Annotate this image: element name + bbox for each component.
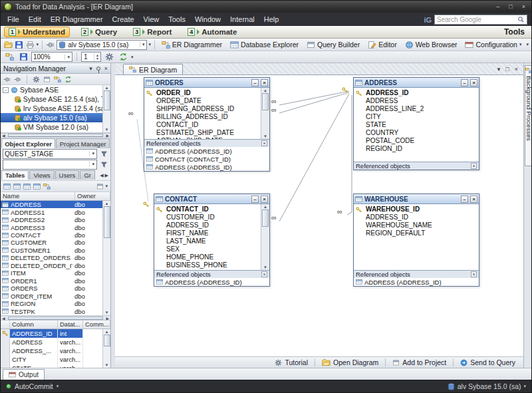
- menu-item[interactable]: Internal: [225, 13, 259, 26]
- entity-field-row[interactable]: ADDRESS_LINE_2: [354, 105, 479, 113]
- toolbar-overflow-caret[interactable]: ▾: [36, 42, 39, 47]
- page-spinner[interactable]: 1 ▲▼: [81, 52, 101, 62]
- column-row[interactable]: ADDRESS varch...: [1, 338, 102, 346]
- chevron-down-icon[interactable]: ▾: [89, 151, 95, 156]
- entity-field-row[interactable]: SHIPPING_ADDRESS_ID: [144, 105, 269, 113]
- referenced-object-row[interactable]: ADDRESS (ADDRESS_ID): [144, 163, 269, 171]
- entity-field-row[interactable]: LAST_NAME: [154, 237, 269, 245]
- background-processes-tab[interactable]: Background Processes: [525, 65, 532, 166]
- print-button[interactable]: [25, 39, 35, 50]
- workflow-tab[interactable]: 3 Report: [128, 27, 176, 37]
- menu-item[interactable]: Help: [259, 13, 284, 26]
- entity-scrollbar[interactable]: ▲▼: [261, 204, 269, 270]
- menu-item[interactable]: Window: [190, 13, 225, 26]
- table-row[interactable]: CONTACT dbo: [1, 231, 102, 239]
- copy-table-button[interactable]: [33, 182, 41, 191]
- refresh-button[interactable]: [65, 75, 72, 84]
- collapse-refs-button[interactable]: ×: [261, 271, 267, 277]
- table-row[interactable]: ORDER1 dbo: [1, 277, 102, 285]
- save-button[interactable]: [14, 39, 23, 50]
- drop-table-button[interactable]: [23, 182, 31, 191]
- output-tab[interactable]: Output: [3, 369, 45, 380]
- disconnect-button[interactable]: [14, 75, 21, 84]
- chevron-down-icon[interactable]: ▾: [65, 55, 70, 60]
- table-row[interactable]: CUSTOMER dbo: [1, 239, 102, 246]
- entity-field-row[interactable]: STATE: [354, 121, 479, 129]
- referenced-objects-header[interactable]: Referenced objects ×: [354, 162, 479, 170]
- table-row[interactable]: DELETED_ORDER_ITE dbo: [1, 262, 102, 269]
- autocommit-toggle[interactable]: AutoCommit ▾: [6, 382, 59, 390]
- referenced-object-row[interactable]: CONTACT (CONTACT_ID): [144, 155, 269, 163]
- search-input[interactable]: Search Google: [434, 15, 527, 25]
- menu-item[interactable]: Tools: [164, 13, 190, 26]
- entity-field-row[interactable]: BILLING_ADDRESS_ID: [144, 113, 269, 121]
- tree-item[interactable]: Sybase ASE 12.5.4 (sa), T...: [1, 94, 110, 104]
- workflow-tab[interactable]: 4 Automate: [183, 27, 241, 37]
- table-row[interactable]: ORDERS dbo: [1, 285, 102, 292]
- connection-dropdown[interactable]: alv Sybase 15.0 (sa) ▾: [57, 40, 147, 50]
- diagram-button[interactable]: [54, 75, 61, 84]
- columns-grid-header[interactable]: Column Datat... Comm...: [1, 321, 110, 329]
- tree-horizontal-scrollbar[interactable]: ◀▶: [1, 133, 110, 138]
- entity-field-row[interactable]: CITY: [354, 113, 479, 121]
- object-type-tab[interactable]: Tables: [1, 170, 29, 180]
- open-diagram-button[interactable]: Open Diagram: [319, 358, 381, 367]
- configuration-button[interactable]: Configuration▾: [462, 39, 525, 50]
- tab-scroll-right-icon[interactable]: ▶: [105, 173, 108, 178]
- entity-field-row[interactable]: ADDRESS_ID: [154, 221, 269, 229]
- maximize-button[interactable]: □: [509, 3, 512, 10]
- zoom-dropdown[interactable]: 100% ▾: [31, 52, 72, 62]
- entity-field-row[interactable]: ESTIMATED_SHIP_DATE: [144, 129, 269, 137]
- er-diagrammer-button[interactable]: ER Diagrammer: [158, 39, 225, 50]
- entity-field-row[interactable]: REGION_ID: [354, 145, 479, 153]
- entity-field-row[interactable]: REGION_DEFAULT: [354, 229, 479, 237]
- table-row[interactable]: ADDRESS3 dbo: [1, 223, 102, 231]
- toolbar-overflow-caret[interactable]: ▾: [526, 42, 529, 47]
- tutorial-button[interactable]: Tutorial: [272, 358, 311, 366]
- menu-item[interactable]: Create: [108, 13, 139, 26]
- collapse-refs-button[interactable]: ×: [471, 271, 477, 277]
- er-diagram-tab[interactable]: ER Diagram: [123, 64, 183, 74]
- connection-options-caret[interactable]: ▾: [148, 42, 151, 47]
- explorer-tab[interactable]: Object Explorer: [1, 138, 55, 148]
- table-row[interactable]: ADDRESS1 dbo: [1, 208, 102, 215]
- filter-icon[interactable]: [99, 150, 108, 158]
- entity-scrollbar[interactable]: ▲▼: [261, 88, 269, 139]
- database-explorer-button[interactable]: Database Explorer: [227, 39, 302, 50]
- menu-item[interactable]: ER Diagrammer: [46, 13, 108, 26]
- entity-field-row[interactable]: HOME_PHONE: [154, 253, 269, 261]
- explorer-tab[interactable]: Project Manager: [56, 138, 110, 148]
- entity-field-row[interactable]: BUSINESS_PHONE: [154, 261, 269, 269]
- close-button[interactable]: ×: [522, 3, 525, 10]
- entity-field-row[interactable]: WAREHOUSE_NAME: [354, 221, 479, 229]
- entity-field-row[interactable]: ADDRESS: [354, 97, 479, 105]
- referenced-object-row[interactable]: ADDRESS (ADDRESS_ID): [354, 278, 479, 286]
- connect-button[interactable]: [3, 75, 11, 84]
- properties-button[interactable]: [33, 75, 40, 84]
- entity-address[interactable]: ADDRESS – × ADDRESS_ID: [353, 77, 479, 170]
- entity-field-row[interactable]: ORDER_ID: [144, 89, 269, 97]
- tab-list-caret[interactable]: ▾: [497, 66, 501, 72]
- tree-item[interactable]: Irv Sybase ASE 12.5.4 (sa...: [1, 104, 110, 113]
- menu-item[interactable]: File: [3, 13, 24, 26]
- entity-field-row[interactable]: ORDER_DATE: [144, 97, 269, 105]
- column-row[interactable]: ADDRESS_ID int: [1, 329, 102, 338]
- pin-icon[interactable]: [96, 66, 100, 70]
- diagram-canvas[interactable]: ∞ ∞ ∞ ∞ ∞ ORDERS – ×: [115, 75, 523, 356]
- table-row[interactable]: ADDRESS2 dbo: [1, 216, 102, 223]
- tree-vertical-scrollbar[interactable]: ▲▼: [102, 85, 110, 132]
- refresh-button[interactable]: [117, 52, 129, 63]
- entity-minimize-button[interactable]: –: [461, 79, 468, 86]
- table-row[interactable]: ITEM dbo: [1, 269, 102, 277]
- entity-close-button[interactable]: ×: [261, 79, 268, 86]
- column-row[interactable]: CITY varch...: [1, 355, 102, 364]
- referential-options-button[interactable]: [103, 52, 115, 63]
- table-row[interactable]: TESTPK dbo: [1, 307, 102, 315]
- entity-title-bar[interactable]: WAREHOUSE – ×: [354, 194, 479, 204]
- table-row[interactable]: REGION dbo: [1, 300, 102, 307]
- entity-field-row[interactable]: COUNTRY: [354, 129, 479, 137]
- entity-field-row[interactable]: WAREHOUSE_ID: [354, 205, 479, 213]
- panel-close-button[interactable]: ×: [104, 65, 108, 72]
- query-builder-button[interactable]: Query Builder: [303, 39, 363, 50]
- send-to-query-button[interactable]: Send to Query: [458, 358, 518, 366]
